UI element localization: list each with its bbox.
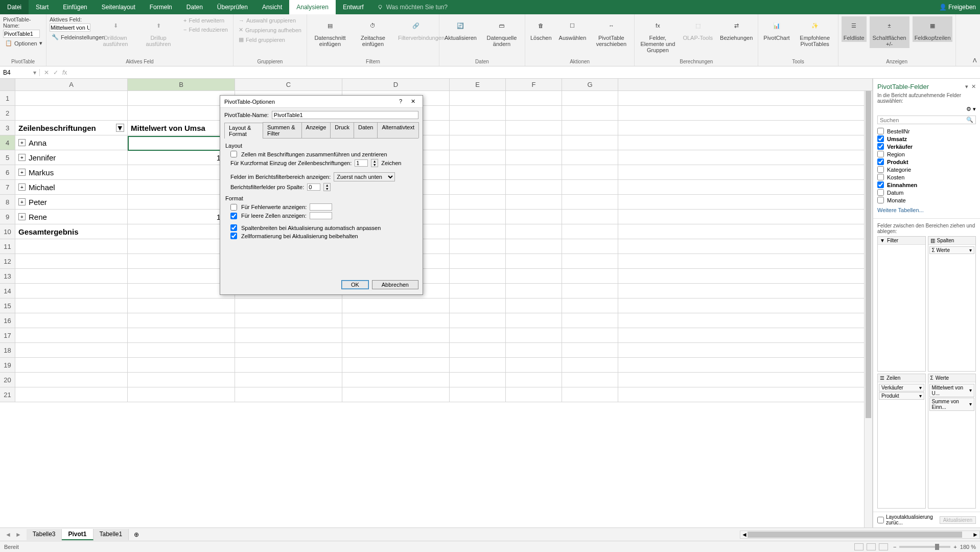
- field-search-input[interactable]: [880, 117, 966, 123]
- menu-ansicht[interactable]: Ansicht: [255, 0, 289, 14]
- tab-nav-prev-icon[interactable]: ◄: [5, 531, 11, 538]
- row-header[interactable]: 14: [0, 284, 15, 298]
- menu-seitenlayout[interactable]: Seitenlayout: [95, 0, 143, 14]
- insert-slicer[interactable]: ▤Datenschnitt einfügen: [310, 16, 350, 48]
- recommended-pivottables[interactable]: ✨Empfohlene PivotTables: [795, 16, 835, 48]
- dialog-help-icon[interactable]: ?: [395, 98, 406, 105]
- collapse-field[interactable]: −Feld reduzieren: [181, 26, 230, 34]
- sheet-tab[interactable]: Pivot1: [62, 529, 93, 540]
- field-item[interactable]: BestellNr: [877, 127, 976, 135]
- cell[interactable]: [450, 180, 506, 194]
- row-header[interactable]: 15: [0, 298, 15, 313]
- row-header[interactable]: 18: [0, 343, 15, 357]
- cell[interactable]: [506, 165, 562, 179]
- fields-items-sets[interactable]: fxFelder, Elemente und Gruppen: [638, 16, 678, 54]
- field-headers-toggle[interactable]: ▦Feldkopfzeilen: [913, 16, 952, 42]
- area-columns[interactable]: ▥Spalten Σ Werte▾: [928, 236, 976, 372]
- expand-field[interactable]: +Feld erweitern: [181, 16, 230, 25]
- cell[interactable]: [506, 328, 562, 342]
- row-header[interactable]: 5: [0, 150, 15, 165]
- cell[interactable]: [15, 269, 128, 283]
- cell[interactable]: [450, 387, 506, 402]
- cell[interactable]: [128, 298, 235, 313]
- cell[interactable]: [450, 121, 506, 135]
- row-header[interactable]: 21: [0, 387, 15, 402]
- fieldpane-layout-icon[interactable]: ▾: [965, 83, 968, 90]
- cell[interactable]: [450, 358, 506, 372]
- cell[interactable]: [342, 328, 450, 342]
- cell[interactable]: [15, 284, 128, 298]
- menu-entwurf[interactable]: Entwurf: [336, 0, 371, 14]
- cell[interactable]: [450, 328, 506, 342]
- cell[interactable]: [562, 328, 618, 342]
- cell[interactable]: [562, 165, 618, 179]
- cell[interactable]: [342, 343, 450, 357]
- area-chip[interactable]: Verkäufer▾: [879, 384, 924, 392]
- cell[interactable]: 3,4: [128, 180, 235, 194]
- cell[interactable]: [15, 387, 128, 402]
- sheet-tab[interactable]: Tabelle1: [94, 529, 129, 540]
- row-header[interactable]: 2: [0, 106, 15, 120]
- chevron-down-icon[interactable]: ▾: [969, 401, 972, 407]
- cell[interactable]: [128, 239, 235, 254]
- cell[interactable]: [562, 313, 618, 328]
- cell[interactable]: Mittelwert von Umsa: [128, 121, 235, 135]
- area-chip[interactable]: Produkt▾: [879, 392, 924, 400]
- cell[interactable]: +Anna: [15, 135, 128, 150]
- area-values[interactable]: ΣWerte Mittelwert von U...▾Summe von Ein…: [928, 374, 976, 509]
- col-header-D[interactable]: D: [342, 79, 450, 90]
- cell[interactable]: +Peter: [15, 195, 128, 209]
- confirm-formula-icon[interactable]: ✓: [53, 69, 58, 76]
- menu-ueberpruefen[interactable]: Überprüfen: [210, 0, 255, 14]
- cell[interactable]: [562, 298, 618, 313]
- view-pagebreak-icon[interactable]: [879, 543, 888, 550]
- move-pivottable[interactable]: ↔PivotTable verschieben: [591, 16, 631, 48]
- cell[interactable]: [342, 373, 450, 387]
- cell[interactable]: [342, 358, 450, 372]
- cell[interactable]: [450, 106, 506, 120]
- zoom-out-icon[interactable]: −: [893, 544, 896, 550]
- cell[interactable]: [562, 269, 618, 283]
- preserve-format-checkbox[interactable]: [230, 233, 237, 239]
- field-settings[interactable]: 🔧Feldeinstellungen: [50, 33, 92, 41]
- cell[interactable]: [450, 298, 506, 313]
- row-header[interactable]: 12: [0, 254, 15, 268]
- cell[interactable]: [128, 91, 235, 105]
- area-filter[interactable]: ▼Filter: [877, 236, 926, 372]
- dialog-tab[interactable]: Layout & Format: [224, 123, 263, 139]
- cell[interactable]: 9,5: [128, 195, 235, 209]
- ungroup[interactable]: ✕Gruppierung aufheben: [237, 26, 304, 34]
- cell[interactable]: [450, 91, 506, 105]
- cell[interactable]: [506, 284, 562, 298]
- tell-me-search[interactable]: Was möchten Sie tun?: [377, 4, 448, 11]
- cell[interactable]: [506, 121, 562, 135]
- row-header[interactable]: 13: [0, 269, 15, 283]
- cell[interactable]: [128, 135, 235, 150]
- cell[interactable]: [128, 313, 235, 328]
- menu-start[interactable]: Start: [29, 0, 56, 14]
- field-item[interactable]: Kosten: [877, 173, 976, 181]
- cell[interactable]: [128, 328, 235, 342]
- merge-cells-checkbox[interactable]: [230, 151, 237, 157]
- row-header[interactable]: 6: [0, 165, 15, 179]
- cell[interactable]: [506, 269, 562, 283]
- cell[interactable]: [562, 150, 618, 165]
- row-header[interactable]: 20: [0, 373, 15, 387]
- zoom-slider[interactable]: [899, 546, 950, 548]
- field-checkbox[interactable]: [877, 181, 884, 188]
- row-header[interactable]: 9: [0, 210, 15, 224]
- autofit-checkbox[interactable]: [230, 224, 237, 231]
- sheet-tab[interactable]: Tabelle3: [27, 529, 62, 540]
- filters-per-col-input[interactable]: [307, 183, 320, 191]
- field-checkbox[interactable]: [877, 189, 884, 196]
- update-button[interactable]: Aktualisieren: [940, 516, 976, 524]
- cell[interactable]: [450, 239, 506, 254]
- cell[interactable]: [15, 373, 128, 387]
- cell[interactable]: [562, 210, 618, 224]
- expand-icon[interactable]: +: [18, 213, 26, 220]
- area-chip[interactable]: Summe von Einn...▾: [929, 398, 975, 411]
- cell[interactable]: [562, 106, 618, 120]
- row-header[interactable]: 11: [0, 239, 15, 254]
- group-selection[interactable]: →Auswahl gruppieren: [237, 16, 304, 25]
- field-checkbox[interactable]: [877, 128, 884, 134]
